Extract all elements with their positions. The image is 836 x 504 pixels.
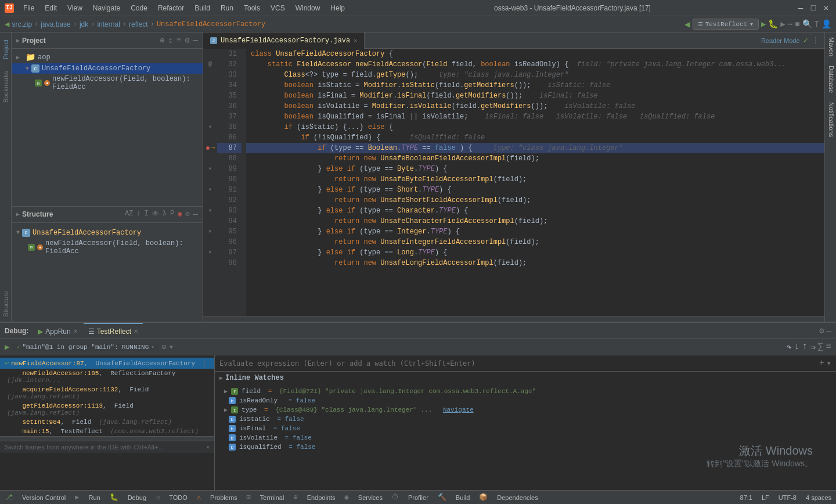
- watch-field[interactable]: ▶ f field = {Field@721} "private java.la…: [215, 387, 836, 396]
- structure-anon-btn[interactable]: λ: [163, 210, 167, 219]
- minimize-button[interactable]: —: [795, 3, 806, 13]
- menu-refactor[interactable]: Refactor: [153, 3, 189, 13]
- back-button[interactable]: ◀: [5, 19, 9, 29]
- build-btn[interactable]: Build: [456, 494, 470, 501]
- apprun-close[interactable]: ✕: [73, 328, 78, 334]
- structure-item-method[interactable]: m ● newFieldAccessor(Field, boolean): Fi…: [16, 238, 198, 257]
- editor-tab-factory[interactable]: J UnsafeFieldAccessorFactory.java ✕: [203, 33, 365, 49]
- fold-icon-89[interactable]: ▼: [209, 164, 212, 174]
- menu-edit[interactable]: Edit: [40, 3, 62, 13]
- menu-view[interactable]: View: [63, 3, 87, 13]
- stop-run-btn[interactable]: ■: [795, 20, 799, 29]
- editor-hscrollbar[interactable]: [203, 316, 824, 322]
- debug-tab-testreflect[interactable]: ☰ TestReflect ✕: [84, 323, 143, 339]
- fold-icon-97[interactable]: ▼: [209, 247, 212, 258]
- watch-isvolatile[interactable]: b isVolatile = false: [215, 433, 836, 442]
- tree-item-aop[interactable]: ▶ 📁 aop: [12, 51, 203, 63]
- structure-item-factory[interactable]: ▼ C UnsafeFieldAccessorFactory: [16, 228, 198, 238]
- run-to-cursor-btn[interactable]: ⇒: [810, 341, 816, 353]
- frame-item-4[interactable]: setInt:984, Field (java.lang.reflect): [0, 417, 214, 427]
- line-ending-indicator[interactable]: LF: [762, 494, 769, 501]
- debug-run-button[interactable]: 🐛: [768, 19, 778, 29]
- structure-tab-left[interactable]: Structure: [1, 286, 10, 322]
- watch-isfinal[interactable]: b isFinal = false: [215, 424, 836, 433]
- structure-pub-btn[interactable]: P: [170, 210, 174, 219]
- editor-more-btn[interactable]: ⋮: [812, 35, 820, 45]
- thread-dropdown[interactable]: ▾: [151, 344, 154, 351]
- tree-item-factory[interactable]: ▼ C UnsafeFieldAccessorFactory: [12, 63, 203, 74]
- menu-vcs[interactable]: VCS: [266, 3, 290, 13]
- services-btn[interactable]: Services: [358, 494, 383, 501]
- breadcrumb-class[interactable]: UnsafeFieldAccessorFactory: [157, 20, 265, 28]
- thread-selector[interactable]: ✓ "main"@1 in group "main": RUNNING ▾: [12, 344, 159, 351]
- watch-nav-type[interactable]: Navigate: [443, 406, 474, 413]
- window-controls[interactable]: — □ ✕: [795, 3, 831, 13]
- run-config-dropdown[interactable]: ☰ TestReflect ▾: [693, 19, 759, 30]
- translate-btn[interactable]: T: [815, 20, 819, 29]
- add-watch-btn[interactable]: +: [819, 358, 824, 368]
- frame-item-0[interactable]: ↩ newFieldAccessor:87, UnsafeFieldAccess…: [0, 358, 214, 369]
- structure-bp-btn[interactable]: ◉: [178, 210, 182, 219]
- watch-expand-field[interactable]: ▶: [224, 388, 228, 395]
- breakpoint-dot-87[interactable]: ●: [206, 143, 210, 153]
- todo-btn[interactable]: TODO: [169, 494, 188, 501]
- run-back-btn[interactable]: ◀: [684, 19, 690, 30]
- frame-item-2[interactable]: acquireFieldAccessor:1132, Field (java.l…: [0, 385, 214, 401]
- breadcrumb-internal[interactable]: internal: [97, 20, 120, 28]
- debug-filter-btn[interactable]: ⊙: [161, 342, 166, 352]
- fold-icon-93[interactable]: ▼: [209, 206, 212, 216]
- debug-list-btn[interactable]: ≡: [826, 341, 831, 353]
- debug-tab-apprun[interactable]: ▶ AppRun ✕: [33, 323, 82, 339]
- menu-tools[interactable]: Tools: [239, 3, 265, 13]
- project-close-btn[interactable]: —: [193, 35, 198, 45]
- tab-close-btn[interactable]: ✕: [354, 37, 357, 44]
- menu-window[interactable]: Window: [291, 3, 325, 13]
- menu-bar[interactable]: File Edit View Navigate Code Refactor Bu…: [19, 3, 349, 13]
- watch-isreadonly[interactable]: b isReadOnly = false: [215, 396, 836, 405]
- frame-item-5[interactable]: main:15, TestReflect (com.ossa.web3.refl…: [0, 427, 214, 436]
- breadcrumb-srczip[interactable]: src.zip: [12, 20, 32, 28]
- project-locate-btn[interactable]: ⊕: [160, 35, 164, 45]
- coverage-button[interactable]: ▶: [780, 19, 785, 29]
- eval-input[interactable]: [219, 359, 815, 368]
- encoding-indicator[interactable]: UTF-8: [779, 494, 797, 501]
- structure-visibility-btn[interactable]: 👁: [152, 210, 159, 219]
- vcs-icon[interactable]: ⎇: [5, 493, 13, 502]
- notifications-tab[interactable]: Notifications: [825, 98, 836, 142]
- step-over-btn[interactable]: ↷: [786, 341, 792, 353]
- menu-help[interactable]: Help: [326, 3, 349, 13]
- reader-mode-btn[interactable]: Reader Mode: [761, 37, 800, 44]
- structure-settings-btn[interactable]: ⚙: [185, 210, 189, 219]
- maven-tab[interactable]: Maven: [825, 33, 836, 61]
- structure-close-btn[interactable]: —: [193, 210, 198, 219]
- menu-code[interactable]: Code: [126, 3, 152, 13]
- watch-isstatic[interactable]: b isStatic = false: [215, 415, 836, 424]
- step-out-btn[interactable]: ↑: [802, 341, 808, 353]
- fold-icon-38[interactable]: ▼: [209, 122, 212, 132]
- project-expand-all-btn[interactable]: ⇕: [168, 35, 172, 45]
- hint-close-btn[interactable]: ✕: [206, 444, 210, 451]
- position-indicator[interactable]: 87:1: [740, 494, 752, 501]
- breadcrumb-jdk[interactable]: jdk: [80, 20, 88, 28]
- indent-indicator[interactable]: 4 spaces: [806, 494, 831, 501]
- eval-btn[interactable]: ∑: [818, 341, 824, 353]
- terminal-btn[interactable]: Terminal: [260, 494, 284, 501]
- fold-icon-95[interactable]: ▼: [209, 226, 212, 237]
- menu-file[interactable]: File: [19, 3, 39, 13]
- profiler-btn[interactable]: Profiler: [408, 494, 428, 501]
- version-control-btn[interactable]: Version Control: [22, 494, 66, 501]
- maximize-button[interactable]: □: [808, 3, 819, 13]
- run-status-btn[interactable]: Run: [88, 494, 100, 501]
- project-collapse-btn[interactable]: ≡: [176, 35, 181, 45]
- debug-settings-btn[interactable]: ⚙: [819, 326, 824, 336]
- structure-inherit-btn[interactable]: I: [145, 210, 149, 219]
- eval-dropdown-btn[interactable]: ▾: [827, 358, 831, 368]
- frames-hscroll[interactable]: [0, 436, 214, 441]
- menu-build[interactable]: Build: [190, 3, 215, 13]
- watch-expand-type[interactable]: ▶: [224, 406, 228, 413]
- structure-sort-btn[interactable]: ↕: [136, 210, 140, 219]
- step-into-btn[interactable]: ↓: [794, 341, 800, 353]
- debug-minimize-btn[interactable]: —: [827, 326, 831, 336]
- bookmarks-tab[interactable]: Bookmarks: [1, 66, 10, 107]
- project-settings-btn[interactable]: ⚙: [185, 35, 189, 45]
